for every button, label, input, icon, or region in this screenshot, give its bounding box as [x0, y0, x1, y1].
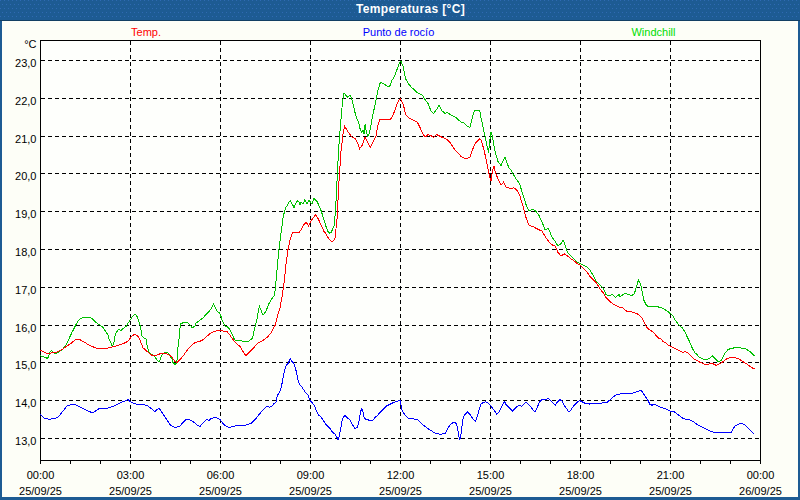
svg-text:09:00: 09:00 — [297, 469, 325, 481]
svg-text:12:00: 12:00 — [387, 469, 415, 481]
svg-text:18,0: 18,0 — [15, 246, 36, 258]
svg-text:18:00: 18:00 — [567, 469, 595, 481]
svg-text:Temp.: Temp. — [131, 26, 161, 38]
svg-text:23,0: 23,0 — [15, 57, 36, 69]
svg-text:21:00: 21:00 — [657, 469, 685, 481]
svg-text:21,0: 21,0 — [15, 133, 36, 145]
svg-text:13,0: 13,0 — [15, 435, 36, 447]
svg-text:Temperaturas [°C]: Temperaturas [°C] — [356, 2, 465, 16]
svg-text:20,0: 20,0 — [15, 170, 36, 182]
svg-text:25/09/25: 25/09/25 — [19, 485, 62, 497]
svg-text:25/09/25: 25/09/25 — [649, 485, 692, 497]
svg-text:Windchill: Windchill — [631, 26, 675, 38]
svg-text:25/09/25: 25/09/25 — [199, 485, 242, 497]
svg-text:25/09/25: 25/09/25 — [379, 485, 422, 497]
svg-text:17,0: 17,0 — [15, 284, 36, 296]
svg-text:25/09/25: 25/09/25 — [109, 485, 152, 497]
svg-text:19,0: 19,0 — [15, 208, 36, 220]
svg-text:22,0: 22,0 — [15, 95, 36, 107]
svg-text:00:00: 00:00 — [27, 469, 55, 481]
svg-text:25/09/25: 25/09/25 — [469, 485, 512, 497]
svg-text:00:00: 00:00 — [747, 469, 775, 481]
svg-text:03:00: 03:00 — [117, 469, 145, 481]
svg-text:15,0: 15,0 — [15, 359, 36, 371]
svg-text:Punto de rocío: Punto de rocío — [363, 26, 435, 38]
svg-text:26/09/25: 26/09/25 — [739, 485, 782, 497]
svg-text:06:00: 06:00 — [207, 469, 235, 481]
svg-text:14,0: 14,0 — [15, 397, 36, 409]
svg-text:15:00: 15:00 — [477, 469, 505, 481]
svg-text:25/09/25: 25/09/25 — [289, 485, 332, 497]
svg-text:°C: °C — [24, 38, 36, 50]
svg-text:16,0: 16,0 — [15, 322, 36, 334]
svg-text:25/09/25: 25/09/25 — [559, 485, 602, 497]
